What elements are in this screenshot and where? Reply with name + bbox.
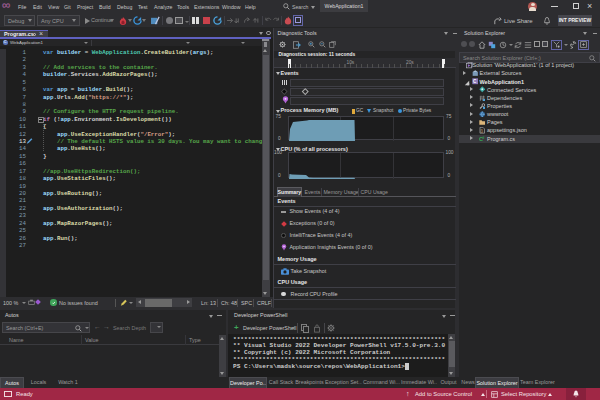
svg-text:#: #: [482, 136, 484, 140]
svg-text:{}: {}: [480, 128, 483, 133]
